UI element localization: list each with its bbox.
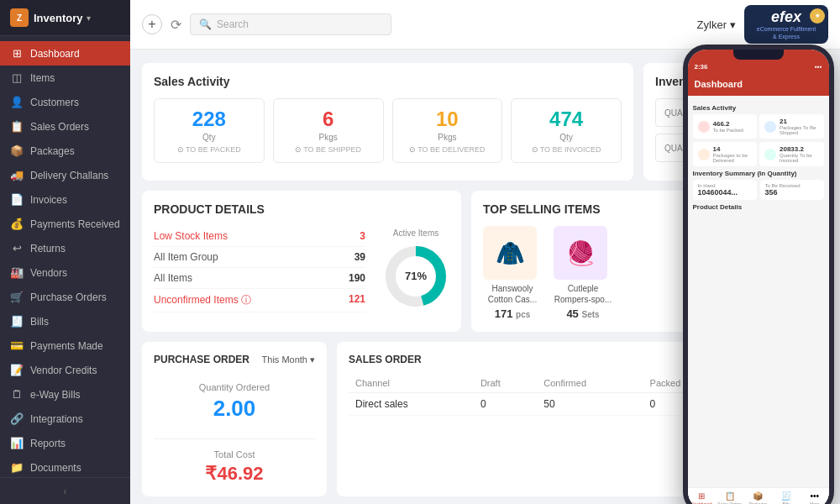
sidebar-icon-sales-orders: 📋 bbox=[10, 120, 24, 133]
sidebar-item-payments-made[interactable]: 💳Payments Made bbox=[0, 333, 130, 358]
pd-donut-container: Active Items 71% bbox=[382, 226, 449, 312]
activity-label-0: Qty bbox=[168, 133, 250, 142]
po-cost-value: ₹46.92 bbox=[154, 463, 315, 485]
activity-card-0: 228 Qty ⊙ TO BE PACKED bbox=[154, 98, 265, 163]
sidebar-icon-items: ◫ bbox=[10, 71, 24, 84]
activity-sublabel-text-2: TO BE DELIVERED bbox=[417, 145, 485, 154]
ts-count-1: 45 Sets bbox=[554, 307, 612, 320]
sidebar-item-dashboard[interactable]: ⊞Dashboard bbox=[0, 41, 130, 66]
sidebar-icon-reports: 📊 bbox=[10, 437, 24, 449]
activity-sublabel-text-0: TO BE PACKED bbox=[186, 145, 241, 154]
sidebar-icon-invoices: 📄 bbox=[10, 193, 24, 206]
so-cell-0-0: Direct sales bbox=[349, 393, 474, 416]
pd-item-label-2: All Items bbox=[154, 272, 192, 284]
sidebar-label-dashboard: Dashboard bbox=[30, 48, 80, 60]
ts-item-0: 🧥 Hanswooly Cotton Cas... 171 pcs bbox=[483, 226, 542, 320]
topbar: + ⟳ 🔍 Search Zylker ▾ efex eCommerce Ful… bbox=[130, 0, 840, 50]
sidebar-icon-payments-made: 💳 bbox=[10, 339, 24, 352]
history-button[interactable]: ⟳ bbox=[171, 17, 181, 33]
efex-logo-text: efex bbox=[757, 8, 816, 26]
ts-img-1: 🧶 bbox=[554, 226, 607, 280]
sidebar-item-invoices[interactable]: 📄Invoices bbox=[0, 187, 130, 212]
activity-sublabel-1: ⊙ TO BE SHIPPED bbox=[287, 145, 370, 154]
sidebar-item-reports[interactable]: 📊Reports bbox=[0, 431, 130, 455]
ts-name-1: Cutleple Rompers-spo... bbox=[554, 283, 612, 305]
inventory-summary-title: Inventory Summary bbox=[655, 75, 816, 88]
po-body: Quantity Ordered 2.00 bbox=[154, 375, 315, 428]
sidebar-collapse-button[interactable]: ‹ bbox=[0, 477, 130, 504]
sidebar-icon-dashboard: ⊞ bbox=[10, 47, 24, 60]
po-qty-label: Quantity Ordered bbox=[154, 382, 315, 392]
sidebar-icon-documents: 📁 bbox=[10, 461, 24, 474]
svg-text:71%: 71% bbox=[405, 270, 427, 282]
sidebar-caret-icon[interactable]: ▾ bbox=[87, 13, 91, 23]
sidebar-icon-delivery-challans: 🚚 bbox=[10, 169, 24, 181]
add-button[interactable]: + bbox=[142, 14, 162, 34]
sidebar-item-vendors[interactable]: 🏭Vendors bbox=[0, 260, 130, 285]
sidebar-label-customers: Customers bbox=[30, 97, 79, 108]
ts-img-0: 🧥 bbox=[483, 226, 537, 280]
user-menu[interactable]: Zylker ▾ bbox=[697, 18, 736, 31]
sidebar-item-customers[interactable]: 👤Customers bbox=[0, 90, 130, 114]
pd-item-value-1: 39 bbox=[354, 251, 365, 263]
ts-unit-1: Sets bbox=[581, 310, 599, 319]
inv-value-2: 168 bbox=[788, 141, 807, 155]
sidebar-item-items[interactable]: ◫Items bbox=[0, 66, 130, 90]
inv-row-2: QUANTITY TO BE RECEIVED 168 bbox=[655, 134, 816, 162]
inv-value-1: 10458... bbox=[764, 106, 807, 119]
pd-item-value-3: 121 bbox=[349, 293, 365, 307]
pd-item-label-1: All Item Group bbox=[154, 251, 218, 263]
sidebar-label-packages: Packages bbox=[30, 145, 75, 157]
sidebar-label-integrations: Integrations bbox=[30, 413, 83, 425]
activity-sublabel-icon-0: ⊙ bbox=[177, 145, 184, 154]
inv-label-1: QUANTITY IN HAND bbox=[664, 108, 743, 118]
sidebar-icon-purchase-orders: 🛒 bbox=[10, 291, 24, 303]
sidebar-label-returns: Returns bbox=[30, 243, 66, 255]
sidebar-icon-packages: 📦 bbox=[10, 144, 24, 157]
sidebar-logo-text: Inventory bbox=[34, 12, 83, 24]
sidebar-item-payments-received[interactable]: 💰Payments Received bbox=[0, 212, 130, 236]
sidebar-item-sales-orders[interactable]: 📋Sales Orders bbox=[0, 114, 130, 139]
sidebar-item-packages[interactable]: 📦Packages bbox=[0, 139, 130, 163]
product-details-title: PRODUCT DETAILS bbox=[154, 202, 449, 216]
po-period-selector[interactable]: This Month ▾ bbox=[262, 354, 315, 365]
sidebar-item-documents[interactable]: 📁Documents bbox=[0, 455, 130, 477]
sidebar-item-bills[interactable]: 🧾Bills bbox=[0, 309, 130, 333]
activity-number-1: 6 bbox=[287, 108, 370, 131]
sidebar-item-purchase-orders[interactable]: 🛒Purchase Orders bbox=[0, 285, 130, 309]
sales-activity-title: Sales Activity bbox=[154, 75, 622, 88]
efex-logo-area: efex eCommerce Fulfilment& Express ★ bbox=[744, 5, 828, 44]
so-table-header: ChannelDraftConfirmedPackedShipped bbox=[349, 374, 816, 393]
sidebar-label-vendor-credits: Vendor Credits bbox=[30, 365, 97, 376]
sidebar-label-vendors: Vendors bbox=[30, 267, 67, 279]
so-cell-0-3: 0 bbox=[643, 393, 727, 416]
bottom-section-row: PURCHASE ORDER This Month ▾ Quantity Ord… bbox=[142, 342, 828, 496]
activity-sublabel-3: ⊙ TO BE INVOICED bbox=[525, 145, 607, 154]
activity-label-2: Pkgs bbox=[407, 133, 489, 142]
sidebar-item-eway-bills[interactable]: 🗒e-Way Bills bbox=[0, 382, 130, 407]
sidebar-label-bills: Bills bbox=[30, 316, 49, 328]
so-header-3: Packed bbox=[643, 374, 727, 393]
product-details-card: PRODUCT DETAILS Low Stock Items 3 All It… bbox=[142, 191, 461, 332]
sidebar-icon-vendor-credits: 📝 bbox=[10, 364, 24, 376]
sidebar-item-returns[interactable]: ↩Returns bbox=[0, 236, 130, 260]
pd-item-2: All Items 190 bbox=[154, 268, 365, 289]
po-header: PURCHASE ORDER This Month ▾ bbox=[154, 354, 315, 365]
top-section-row: Sales Activity 228 Qty ⊙ TO BE PACKED 6 … bbox=[142, 63, 828, 181]
pd-item-label-0: Low Stock Items bbox=[154, 230, 228, 242]
activity-card-2: 10 Pkgs ⊙ TO BE DELIVERED bbox=[392, 98, 503, 163]
sidebar-item-integrations[interactable]: 🔗Integrations bbox=[0, 407, 130, 431]
activity-card-1: 6 Pkgs ⊙ TO BE SHIPPED bbox=[273, 98, 384, 163]
search-placeholder: Search bbox=[217, 18, 249, 30]
sidebar-label-sales-orders: Sales Orders bbox=[30, 121, 89, 133]
activity-number-3: 474 bbox=[525, 108, 607, 131]
sidebar-item-delivery-challans[interactable]: 🚚Delivery Challans bbox=[0, 163, 130, 187]
sidebar-item-vendor-credits[interactable]: 📝Vendor Credits bbox=[0, 358, 130, 382]
search-bar[interactable]: 🔍 Search bbox=[190, 13, 391, 35]
pd-item-label-3: Unconfirmed Items ⓘ bbox=[154, 293, 251, 307]
activity-label-3: Qty bbox=[525, 133, 607, 142]
so-title: SALES ORDER bbox=[349, 354, 816, 365]
so-header-1: Draft bbox=[474, 374, 537, 393]
sidebar-icon-eway-bills: 🗒 bbox=[10, 388, 24, 401]
sidebar-label-invoices: Invoices bbox=[30, 194, 67, 206]
